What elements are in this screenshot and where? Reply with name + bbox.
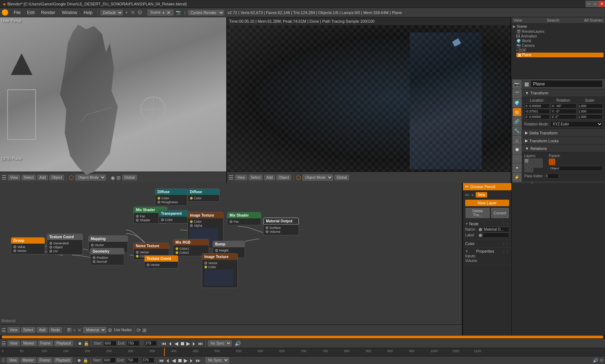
sb-end-input[interactable]	[126, 358, 139, 363]
delta-transform-header[interactable]: ▶ Delta Transform	[522, 129, 605, 137]
select-menu-btn[interactable]: Select	[22, 175, 36, 180]
object-menu-btn[interactable]: Object	[49, 175, 64, 180]
sb-marker[interactable]: Marker	[21, 358, 36, 363]
r-mode-select[interactable]: Object Mode	[302, 174, 333, 181]
sb-stop-btn[interactable]: ⏹	[177, 358, 182, 363]
global-btn[interactable]: Global	[122, 175, 137, 180]
sb-record-icon[interactable]: ⏺	[77, 358, 81, 363]
ne-view-btn[interactable]: View	[8, 327, 20, 333]
node-menu-icon[interactable]: ☰	[1, 327, 6, 333]
gp-name-input[interactable]	[483, 227, 509, 232]
gp-props-settings[interactable]: ⋮⋮	[502, 249, 509, 253]
tl-current-input[interactable]	[144, 341, 157, 346]
tl-play-back-btn[interactable]: ◀	[174, 341, 178, 346]
parent-input[interactable]	[549, 166, 603, 171]
layer-btn-10[interactable]	[529, 168, 533, 172]
object-mode-select[interactable]: Object Mode	[75, 174, 106, 181]
view-menu-btn[interactable]: View	[8, 175, 20, 180]
add-menu-btn[interactable]: Add	[37, 175, 48, 180]
r-select-btn[interactable]: Select	[249, 175, 263, 180]
sb-icon1[interactable]: ☰	[1, 358, 5, 363]
node-page[interactable]: Geometry Position Normal	[90, 248, 124, 265]
loc-y-input[interactable]	[524, 109, 550, 114]
sb-playb-btn[interactable]: ◀	[172, 358, 176, 363]
sb-play-btn[interactable]: ▶	[184, 358, 188, 363]
sb-lock-icon[interactable]: 🔒	[83, 358, 88, 363]
layer-btn-1[interactable]	[524, 159, 529, 163]
icon-object[interactable]: ▦	[513, 108, 521, 116]
layout-select[interactable]: Default	[100, 10, 123, 15]
icon-texture[interactable]: ⬞	[513, 155, 521, 163]
ne-add-btn[interactable]: Add	[37, 327, 48, 333]
r-view-btn[interactable]: View	[235, 175, 247, 180]
gp-color-settings[interactable]: ⋮⋮	[502, 242, 509, 246]
outliner-item-renderlayers[interactable]: 🎬RenderLayers	[516, 29, 604, 34]
timeline-ruler[interactable]: 0 50 100 150 200 250 300 350 400 450 500…	[0, 348, 605, 356]
tl-start-input[interactable]	[104, 341, 116, 346]
tl-sync-select[interactable]: No Sync	[208, 340, 232, 346]
viewport-right-menu-icon[interactable]: ☰	[228, 174, 233, 181]
tl-skip-end-btn[interactable]: ⏭	[198, 341, 203, 346]
outliner-search-btn[interactable]: Search	[547, 18, 559, 22]
tl-playback-btn[interactable]: Playback	[54, 341, 74, 346]
tl-end-input[interactable]	[127, 341, 139, 346]
ne-mat-select[interactable]: F	[67, 328, 72, 332]
gp-new-layer-btn[interactable]: New Layer	[465, 200, 509, 206]
node-output[interactable]: Material Output Surface Volume	[263, 217, 299, 235]
viewport-menu-icon[interactable]: ☰	[1, 174, 6, 181]
icon-world[interactable]: 🌍	[513, 99, 521, 107]
tl-view-btn[interactable]: View	[8, 341, 20, 346]
object-name-input[interactable]	[530, 80, 603, 88]
node-transparent[interactable]: Transparent Color	[159, 210, 189, 223]
rot-mode-select[interactable]: XYZ Euler	[550, 121, 603, 127]
tl-skip-start-btn[interactable]: ⏮	[161, 341, 166, 346]
tl-marker-btn[interactable]: Marker	[21, 341, 37, 346]
menu-window[interactable]: Window	[59, 9, 80, 16]
relations-header[interactable]: ▼ Relations	[522, 145, 605, 152]
sb-settings[interactable]: ⚙	[600, 358, 604, 363]
sb-frame-input[interactable]	[142, 358, 154, 363]
tl-next-frame-btn[interactable]: ⏵	[192, 341, 197, 346]
node-diffuse1[interactable]: Diffuse Color Roughness	[155, 188, 187, 206]
gp-convert-btn[interactable]: Convert	[491, 208, 509, 218]
rot-y-input[interactable]	[551, 109, 576, 114]
icon-particles[interactable]: ✦	[513, 164, 521, 172]
icon-scene[interactable]: 🎬	[513, 89, 521, 98]
tl-record-icon[interactable]: ⏺	[78, 341, 82, 346]
tl-frame-btn[interactable]: Frame	[38, 341, 53, 346]
viewport-3d-left[interactable]: User Persp (379) Plane ☰	[0, 17, 227, 183]
outliner-item-animation[interactable]: 🎞Animation	[516, 34, 604, 39]
r-object-btn[interactable]: Object	[276, 175, 291, 180]
maximize-button[interactable]: □	[592, 1, 599, 7]
rot-x-input[interactable]	[551, 103, 576, 108]
ne-add-icon[interactable]: +	[73, 327, 76, 333]
ne-material-select[interactable]: Material	[83, 327, 106, 333]
gp-delete-btn[interactable]: Delete Fra...	[466, 208, 490, 218]
gp-new-btn[interactable]: New	[476, 192, 487, 197]
transform-section-header[interactable]: ▼ Transform	[522, 89, 605, 97]
node-2[interactable]: Diffuse Color	[187, 188, 220, 202]
outliner-item-camera[interactable]: 📷Camera	[516, 43, 604, 48]
layer-btn-4[interactable]	[538, 159, 543, 163]
snapping-icon[interactable]: ⊞	[116, 175, 121, 181]
ne-use-nodes-icon[interactable]: ⚙	[108, 327, 112, 333]
sb-frame[interactable]: Frame	[37, 358, 52, 363]
ne-select-btn[interactable]: Select	[21, 327, 36, 333]
sb-prevf-btn[interactable]: ⏴	[165, 358, 170, 363]
icon-material[interactable]: ⬟	[513, 145, 521, 154]
sb-start-input[interactable]	[103, 358, 116, 363]
tl-menu-icon[interactable]: ☰	[1, 341, 6, 346]
icon-data[interactable]: △	[513, 136, 521, 145]
ne-zoom-icon[interactable]: ⊞	[142, 327, 147, 333]
layer-btn-7[interactable]	[534, 163, 538, 168]
icon-physics[interactable]: ⚡	[513, 173, 521, 182]
pass-index-input[interactable]	[544, 173, 559, 179]
tl-audio-icon[interactable]: 🔊	[235, 341, 241, 346]
render-engine-select[interactable]: Cycles Render	[188, 10, 224, 15]
ne-node-btn[interactable]: Node	[49, 327, 62, 333]
loc-x-input[interactable]	[524, 103, 550, 108]
node-far-left[interactable]: Group Value Vector	[11, 237, 45, 254]
node-editor-canvas[interactable]: Diffuse Color Roughness Diffuse Color Mi…	[0, 183, 462, 324]
layer-btn-5[interactable]	[524, 163, 529, 168]
outliner-item-world[interactable]: 🌍World	[516, 39, 604, 43]
